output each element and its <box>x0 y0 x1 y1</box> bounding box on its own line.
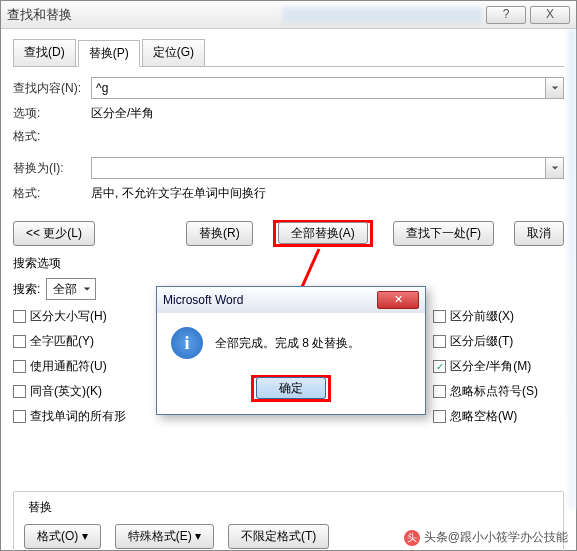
close-button[interactable]: X <box>530 6 570 24</box>
replace-button[interactable]: 替换(R) <box>186 221 253 246</box>
highlight-ok: 确定 <box>251 375 331 402</box>
tab-replace[interactable]: 替换(P) <box>78 40 140 67</box>
find-options-row: 选项: 区分全/半角 <box>13 105 564 122</box>
find-label: 查找内容(N): <box>13 80 91 97</box>
checks-right: 区分前缀(X)区分后缀(T)✓区分全/半角(M)忽略标点符号(S)忽略空格(W) <box>433 308 538 425</box>
replace-row: 替换为(I): <box>13 157 564 179</box>
checkbox-box <box>433 385 446 398</box>
chevron-down-icon <box>551 84 559 92</box>
checkbox-label: 忽略标点符号(S) <box>450 383 538 400</box>
watermark-text: 头条@跟小小筱学办公技能 <box>424 529 568 546</box>
checkbox-label: 区分前缀(X) <box>450 308 514 325</box>
msgbox-title: Microsoft Word <box>163 293 377 307</box>
window-title: 查找和替换 <box>7 6 282 24</box>
replace-legend: 替换 <box>24 499 56 516</box>
checkbox-label: 区分全/半角(M) <box>450 358 531 375</box>
replace-combo[interactable] <box>91 157 564 179</box>
find-format-row: 格式: <box>13 128 564 145</box>
checkbox-box: ✓ <box>433 360 446 373</box>
special-menu-button[interactable]: 特殊格式(E) ▾ <box>115 524 214 549</box>
replace-label: 替换为(I): <box>13 160 91 177</box>
checkbox-label: 区分大小写(H) <box>30 308 107 325</box>
checkbox[interactable]: 忽略空格(W) <box>433 408 538 425</box>
replace-format-row: 格式: 居中, 不允许文字在单词中间换行 <box>13 185 564 202</box>
no-format-button[interactable]: 不限定格式(T) <box>228 524 329 549</box>
titlebar: 查找和替换 ? X <box>1 1 576 29</box>
replace-input[interactable] <box>92 158 545 178</box>
info-icon: i <box>171 327 203 359</box>
msgbox-buttons: 确定 <box>157 369 425 414</box>
chevron-down-icon <box>551 164 559 172</box>
find-input[interactable] <box>92 78 545 98</box>
checkbox-label: 查找单词的所有形 <box>30 408 126 425</box>
watermark-icon: 头 <box>404 530 420 546</box>
find-format-label: 格式: <box>13 128 91 145</box>
checkbox[interactable]: 区分前缀(X) <box>433 308 538 325</box>
msgbox-titlebar: Microsoft Word ✕ <box>157 287 425 313</box>
button-row: << 更少(L) 替换(R) 全部替换(A) 查找下一处(F) 取消 <box>13 220 564 247</box>
find-combo[interactable] <box>91 77 564 99</box>
checkbox-label: 全字匹配(Y) <box>30 333 94 350</box>
search-label: 搜索: <box>13 281 40 298</box>
checkbox-box <box>13 310 26 323</box>
chevron-down-icon <box>83 285 91 293</box>
tabs: 查找(D) 替换(P) 定位(G) <box>13 39 564 67</box>
help-button[interactable]: ? <box>486 6 526 24</box>
checkbox-label: 同音(英文)(K) <box>30 383 102 400</box>
checkbox[interactable]: ✓区分全/半角(M) <box>433 358 538 375</box>
ok-button[interactable]: 确定 <box>256 377 326 399</box>
checkbox-box <box>433 310 446 323</box>
replace-format-label: 格式: <box>13 185 91 202</box>
checkbox-box <box>13 335 26 348</box>
checkbox-label: 区分后缀(T) <box>450 333 513 350</box>
highlight-replace-all: 全部替换(A) <box>273 220 373 247</box>
find-row: 查找内容(N): <box>13 77 564 99</box>
options-value: 区分全/半角 <box>91 105 154 122</box>
checkbox-box <box>433 410 446 423</box>
dialog-window: 查找和替换 ? X 查找(D) 替换(P) 定位(G) 查找内容(N): 选项:… <box>0 0 577 551</box>
replace-all-button[interactable]: 全部替换(A) <box>278 222 368 244</box>
checkbox-label: 忽略空格(W) <box>450 408 517 425</box>
find-dropdown-arrow[interactable] <box>545 78 563 98</box>
watermark: 头 头条@跟小小筱学办公技能 <box>404 529 568 546</box>
msgbox-close-button[interactable]: ✕ <box>377 291 419 309</box>
replace-dropdown-arrow[interactable] <box>545 158 563 178</box>
search-direction-select[interactable]: 全部 <box>46 278 96 300</box>
search-options-title: 搜索选项 <box>13 255 564 272</box>
options-label: 选项: <box>13 105 91 122</box>
message-box: Microsoft Word ✕ i 全部完成。完成 8 处替换。 确定 <box>156 286 426 415</box>
checkbox[interactable]: 忽略标点符号(S) <box>433 383 538 400</box>
checkbox-box <box>433 335 446 348</box>
bg-blur <box>282 7 482 23</box>
search-direction-value: 全部 <box>53 281 77 298</box>
format-menu-button[interactable]: 格式(O) ▾ <box>24 524 101 549</box>
checkbox-box <box>13 410 26 423</box>
less-button[interactable]: << 更少(L) <box>13 221 95 246</box>
checkbox-box <box>13 385 26 398</box>
msgbox-text: 全部完成。完成 8 处替换。 <box>215 335 360 352</box>
msgbox-body: i 全部完成。完成 8 处替换。 <box>157 313 425 369</box>
tab-find[interactable]: 查找(D) <box>13 39 76 66</box>
replace-format-value: 居中, 不允许文字在单词中间换行 <box>91 185 266 202</box>
checkbox-label: 使用通配符(U) <box>30 358 107 375</box>
side-blur <box>568 29 576 509</box>
find-next-button[interactable]: 查找下一处(F) <box>393 221 494 246</box>
cancel-button[interactable]: 取消 <box>514 221 564 246</box>
checkbox-box <box>13 360 26 373</box>
checkbox[interactable]: 区分后缀(T) <box>433 333 538 350</box>
tab-goto[interactable]: 定位(G) <box>142 39 205 66</box>
